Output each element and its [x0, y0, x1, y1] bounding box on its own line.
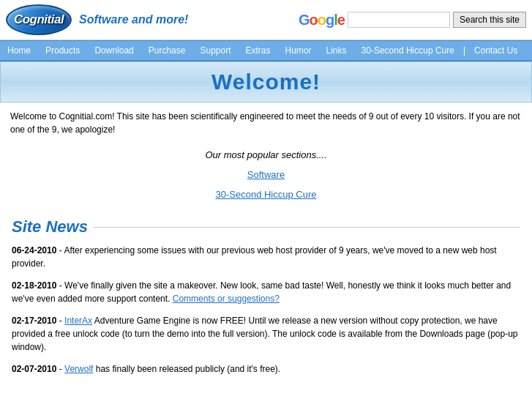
nav-contact[interactable]: Contact Us [467, 41, 525, 60]
news-divider [94, 227, 520, 228]
nav-purchase[interactable]: Purchase [141, 41, 193, 60]
news-item-2: 02-18-2010 - We've finally given the sit… [12, 279, 520, 305]
nav-about[interactable]: About Us [525, 41, 532, 60]
nav-separator: | [462, 41, 467, 60]
nav-support[interactable]: Support [192, 41, 238, 60]
news-item-1: 06-24-2010 - After experiencing some iss… [12, 244, 520, 270]
news-item-4: 02-07-2010 - Verwolf has finally been re… [12, 362, 520, 376]
news-title: Site News [12, 217, 88, 236]
welcome-banner: Welcome! [0, 61, 532, 102]
software-link[interactable]: Software [10, 169, 522, 180]
logo[interactable]: Cognitial [6, 4, 72, 35]
popular-title: Our most popular sections.... [10, 149, 522, 160]
google-logo: Google [299, 12, 345, 29]
news-text-1: - After experiencing some issues with ou… [12, 245, 497, 269]
interax-link[interactable]: InterAx [64, 316, 92, 326]
news-text-4a: - [59, 364, 64, 374]
intro-text: Welcome to Cognitial.com! This site has … [10, 110, 522, 136]
main-content: Welcome to Cognitial.com! This site has … [0, 102, 532, 392]
news-header-row: Site News [12, 217, 520, 236]
news-date-3: 02-17-2010 [12, 316, 56, 326]
nav-home[interactable]: Home [0, 41, 38, 60]
verwolf-link[interactable]: Verwolf [64, 364, 93, 374]
news-date-1: 06-24-2010 [12, 245, 56, 256]
search-input[interactable] [348, 12, 450, 28]
nav-download[interactable]: Download [87, 41, 141, 60]
news-date-2: 02-18-2010 [12, 280, 56, 291]
search-button[interactable]: Search this site [453, 12, 526, 28]
header: Cognitial Software and more! Google Sear… [0, 0, 532, 40]
search-area: Google Search this site [299, 12, 526, 29]
nav-products[interactable]: Products [38, 41, 87, 60]
logo-text: Cognitial [14, 12, 64, 27]
welcome-title: Welcome! [8, 70, 524, 94]
nav-extras[interactable]: Extras [238, 41, 277, 60]
popular-section: Our most popular sections.... Software 3… [10, 149, 522, 200]
news-item-3: 02-17-2010 - InterAx Adventure Game Engi… [12, 314, 520, 354]
navbar: Home Products Download Purchase Support … [0, 40, 532, 61]
news-text-3a: - [59, 316, 64, 326]
news-text-4b: has finally been released publicly (and … [93, 364, 280, 374]
news-date-4: 02-07-2010 [12, 364, 56, 374]
nav-hiccup[interactable]: 30-Second Hiccup Cure [354, 41, 462, 60]
comments-link[interactable]: Comments or suggestions? [173, 294, 280, 304]
tagline: Software and more! [79, 13, 188, 26]
site-news: Site News 06-24-2010 - After experiencin… [10, 217, 522, 376]
logo-area: Cognitial Software and more! [6, 4, 188, 35]
hiccup-cure-link[interactable]: 30-Second Hiccup Cure [10, 189, 522, 200]
nav-humor[interactable]: Humor [278, 41, 319, 60]
nav-links[interactable]: Links [319, 41, 354, 60]
